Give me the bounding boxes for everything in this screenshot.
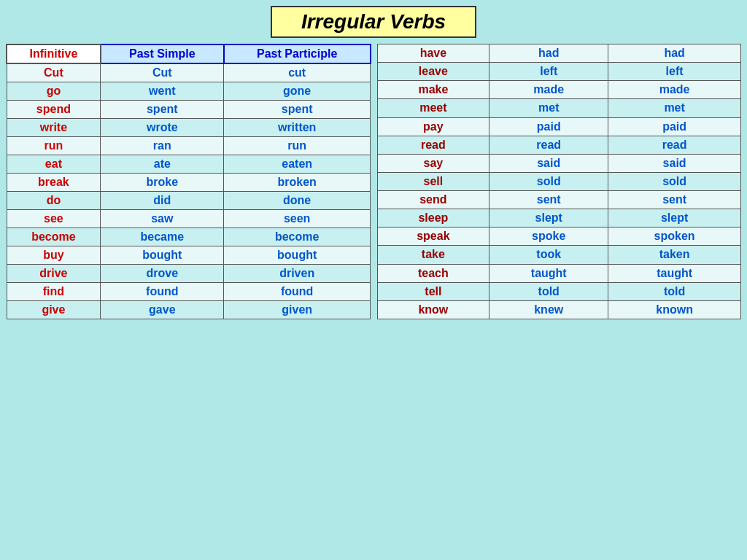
- table-cell: ate: [101, 155, 224, 174]
- table-row: sleepsleptslept: [377, 209, 741, 228]
- table-cell: break: [7, 174, 101, 192]
- table-cell: told: [489, 282, 608, 300]
- table-row: eatateeaten: [7, 155, 371, 174]
- table-cell: know: [377, 300, 489, 319]
- header-past-simple: Past Simple: [101, 44, 224, 63]
- header-past-participle: Past Participle: [224, 44, 371, 63]
- right-verb-table: havehadhadleaveleftleftmakemademademeetm…: [377, 44, 742, 319]
- table-cell: tell: [377, 282, 489, 300]
- table-cell: speak: [377, 228, 489, 246]
- table-cell: spend: [7, 101, 101, 119]
- table-cell: bought: [224, 246, 371, 265]
- table-cell: went: [101, 82, 224, 101]
- table-cell: eaten: [224, 155, 371, 174]
- table-row: makemademade: [377, 81, 741, 99]
- table-cell: made: [489, 81, 608, 99]
- table-cell: drive: [7, 265, 101, 283]
- table-cell: send: [377, 191, 489, 209]
- title-box: Irregular Verbs: [271, 6, 476, 38]
- table-cell: told: [608, 282, 741, 300]
- table-cell: seen: [224, 210, 371, 228]
- table-cell: spent: [101, 101, 224, 119]
- table-cell: find: [7, 283, 101, 301]
- table-cell: see: [7, 210, 101, 228]
- table-row: saysaidsaid: [377, 154, 741, 172]
- table-cell: do: [7, 192, 101, 210]
- table-cell: give: [7, 301, 101, 319]
- table-cell: have: [377, 44, 489, 63]
- table-cell: pay: [377, 117, 489, 136]
- table-row: findfoundfound: [7, 283, 371, 301]
- table-cell: written: [224, 119, 371, 137]
- table-row: gowentgone: [7, 82, 371, 101]
- table-cell: broke: [101, 174, 224, 192]
- table-cell: taken: [608, 246, 741, 264]
- table-row: becomebecamebecome: [7, 228, 371, 246]
- table-cell: taught: [489, 264, 608, 282]
- table-cell: eat: [7, 155, 101, 174]
- table-cell: drove: [101, 265, 224, 283]
- table-cell: write: [7, 119, 101, 137]
- table-row: drivedrovedriven: [7, 265, 371, 283]
- page-title: Irregular Verbs: [301, 10, 446, 33]
- table-cell: had: [489, 44, 608, 63]
- table-cell: found: [101, 283, 224, 301]
- table-cell: sleep: [377, 209, 489, 228]
- table-cell: took: [489, 246, 608, 264]
- table-cell: left: [608, 63, 741, 81]
- table-header-row: Infinitive Past Simple Past Participle: [7, 44, 371, 63]
- table-row: taketooktaken: [377, 246, 741, 264]
- table-cell: read: [489, 136, 608, 154]
- table-row: givegavegiven: [7, 301, 371, 319]
- table-cell: found: [224, 283, 371, 301]
- table-cell: slept: [489, 209, 608, 228]
- table-cell: spoke: [489, 228, 608, 246]
- table-cell: become: [7, 228, 101, 246]
- table-cell: meet: [377, 99, 489, 117]
- table-cell: broken: [224, 174, 371, 192]
- table-cell: go: [7, 82, 101, 101]
- table-row: havehadhad: [377, 44, 741, 63]
- table-cell: cut: [224, 63, 371, 82]
- table-row: seesawseen: [7, 210, 371, 228]
- table-cell: wrote: [101, 119, 224, 137]
- table-row: writewrotewritten: [7, 119, 371, 137]
- table-row: dodiddone: [7, 192, 371, 210]
- table-cell: said: [489, 154, 608, 172]
- table-row: readreadread: [377, 136, 741, 154]
- table-cell: Cut: [101, 63, 224, 82]
- table-cell: buy: [7, 246, 101, 265]
- table-cell: read: [377, 136, 489, 154]
- table-cell: slept: [608, 209, 741, 228]
- header-infinitive: Infinitive: [7, 44, 101, 63]
- table-cell: sold: [608, 172, 741, 190]
- table-row: knowknewknown: [377, 300, 741, 319]
- table-cell: paid: [608, 117, 741, 136]
- table-cell: saw: [101, 210, 224, 228]
- table-cell: given: [224, 301, 371, 319]
- table-row: meetmetmet: [377, 99, 741, 117]
- table-cell: knew: [489, 300, 608, 319]
- table-cell: met: [489, 99, 608, 117]
- table-cell: sell: [377, 172, 489, 190]
- table-cell: left: [489, 63, 608, 81]
- table-row: buyboughtbought: [7, 246, 371, 265]
- table-cell: did: [101, 192, 224, 210]
- table-cell: sent: [489, 191, 608, 209]
- table-cell: paid: [489, 117, 608, 136]
- table-row: telltoldtold: [377, 282, 741, 300]
- main-content: Infinitive Past Simple Past Participle C…: [6, 44, 741, 319]
- table-cell: sold: [489, 172, 608, 190]
- table-cell: made: [608, 81, 741, 99]
- table-row: speakspokespoken: [377, 228, 741, 246]
- table-cell: take: [377, 246, 489, 264]
- table-cell: gone: [224, 82, 371, 101]
- table-cell: make: [377, 81, 489, 99]
- table-cell: gave: [101, 301, 224, 319]
- table-cell: had: [608, 44, 741, 63]
- table-cell: done: [224, 192, 371, 210]
- table-cell: met: [608, 99, 741, 117]
- table-cell: spoken: [608, 228, 741, 246]
- table-row: runranrun: [7, 137, 371, 155]
- table-cell: spent: [224, 101, 371, 119]
